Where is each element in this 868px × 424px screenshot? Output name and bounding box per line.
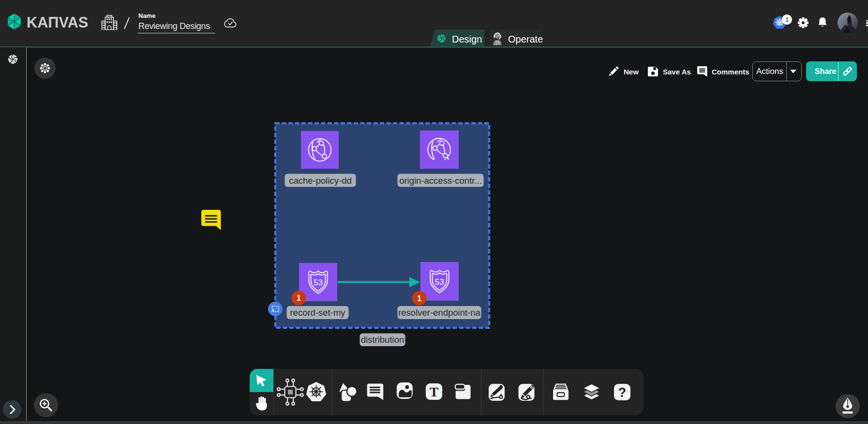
svg-text:T: T [430,384,439,399]
svg-text:53: 53 [435,278,444,287]
svg-text:record-set-my: record-set-my [290,307,345,318]
svg-text:?: ? [618,385,627,400]
svg-text:cache-policy-dd: cache-policy-dd [289,175,352,186]
svg-text:origin-access-contr...: origin-access-contr... [399,175,482,186]
svg-text:resolver-endpoint-na: resolver-endpoint-na [398,307,480,318]
svg-text:distribution: distribution [361,335,404,345]
svg-text:53: 53 [314,278,323,287]
svg-text:1: 1 [297,294,301,302]
svg-text:1: 1 [417,294,421,303]
